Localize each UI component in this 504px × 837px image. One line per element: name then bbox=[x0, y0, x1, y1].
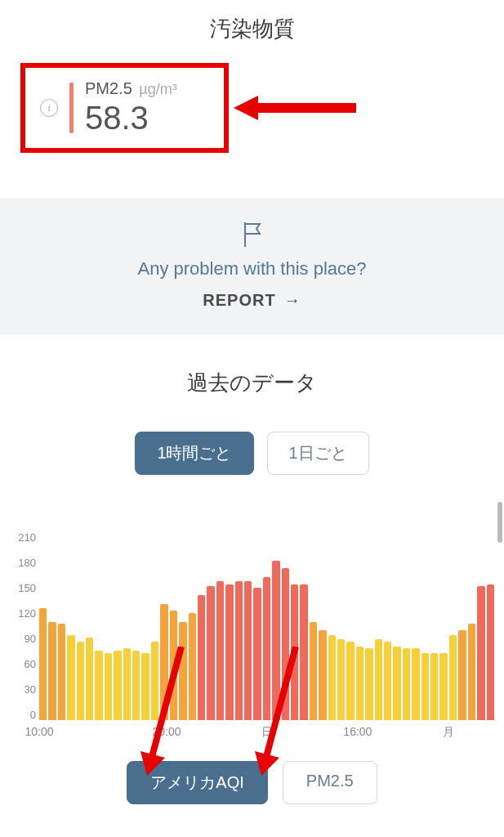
history-chart: 0306090120150180210 10:0020:00日16:00月 bbox=[10, 532, 494, 753]
chart-bar[interactable] bbox=[319, 630, 326, 720]
chart-y-tick: 150 bbox=[10, 583, 36, 593]
chart-bar[interactable] bbox=[449, 635, 457, 720]
chart-bar[interactable] bbox=[337, 639, 345, 720]
chart-bar[interactable] bbox=[114, 651, 121, 720]
chart-x-tick: 月 bbox=[443, 725, 454, 740]
chart-bar[interactable] bbox=[189, 613, 196, 720]
chart-bar[interactable] bbox=[328, 635, 336, 720]
chart-bar[interactable] bbox=[151, 642, 158, 720]
chart-bar[interactable] bbox=[477, 586, 484, 720]
chart-bar[interactable] bbox=[356, 647, 364, 720]
tab-hourly[interactable]: 1時間ごと bbox=[135, 432, 253, 475]
chart-bar[interactable] bbox=[207, 586, 214, 720]
annotation-arrow-left bbox=[234, 92, 356, 124]
pollutant-section-title: 汚染物質 bbox=[0, 0, 504, 55]
info-icon[interactable]: i bbox=[40, 99, 58, 117]
chart-y-tick: 90 bbox=[10, 633, 36, 644]
tab-aqi[interactable]: アメリカAQI bbox=[127, 761, 267, 804]
scrollbar[interactable] bbox=[497, 502, 502, 543]
pollutant-name: PM2.5 bbox=[85, 79, 132, 97]
chart-x-tick: 16:00 bbox=[343, 725, 372, 738]
chart-bar[interactable] bbox=[375, 639, 382, 720]
chart-bar[interactable] bbox=[384, 642, 391, 720]
chart-bar[interactable] bbox=[300, 584, 307, 720]
chart-bar[interactable] bbox=[95, 651, 102, 720]
svg-marker-1 bbox=[234, 96, 258, 120]
tab-daily[interactable]: 1日ごと bbox=[267, 432, 369, 475]
chart-x-tick: 日 bbox=[261, 725, 273, 740]
chart-bar[interactable] bbox=[263, 577, 270, 720]
chart-bar[interactable] bbox=[430, 653, 438, 720]
flag-icon bbox=[0, 221, 504, 252]
chart-bar[interactable] bbox=[225, 584, 233, 720]
chart-y-tick: 60 bbox=[10, 659, 36, 669]
pollutant-card[interactable]: i PM2.5 µg/m³ 58.3 bbox=[20, 63, 229, 153]
chart-bar[interactable] bbox=[39, 608, 47, 720]
chart-bar[interactable] bbox=[393, 647, 400, 720]
chart-plot-area bbox=[39, 532, 494, 720]
chart-bar[interactable] bbox=[346, 642, 354, 720]
chart-bar[interactable] bbox=[487, 584, 494, 720]
chart-y-tick: 210 bbox=[10, 532, 36, 543]
chart-bar[interactable] bbox=[77, 642, 84, 720]
chart-bar[interactable] bbox=[310, 622, 317, 720]
chart-bar[interactable] bbox=[403, 648, 410, 720]
chart-x-axis: 10:0020:00日16:00月 bbox=[39, 725, 494, 741]
pollutant-value: 58.3 bbox=[85, 100, 177, 137]
chart-bar[interactable] bbox=[86, 638, 93, 720]
chart-bar[interactable] bbox=[468, 624, 475, 720]
chart-bar[interactable] bbox=[170, 611, 177, 720]
chart-bar[interactable] bbox=[458, 630, 466, 720]
chart-x-tick: 20:00 bbox=[152, 725, 181, 738]
chart-bar[interactable] bbox=[198, 595, 205, 720]
chart-bar[interactable] bbox=[235, 581, 243, 720]
chart-bar[interactable] bbox=[439, 653, 447, 720]
history-section-title: 過去のデータ bbox=[0, 334, 504, 409]
report-button-label: REPORT bbox=[203, 291, 275, 310]
chart-bar[interactable] bbox=[216, 581, 224, 720]
interval-tabs: 1時間ごと 1日ごと bbox=[0, 432, 504, 475]
chart-bar[interactable] bbox=[412, 648, 419, 720]
pollutant-unit: µg/m³ bbox=[139, 81, 176, 97]
chart-y-tick: 0 bbox=[10, 709, 36, 720]
chart-bar[interactable] bbox=[253, 588, 261, 720]
metric-tabs: アメリカAQI PM2.5 bbox=[0, 761, 504, 821]
chart-bar[interactable] bbox=[48, 622, 56, 720]
chart-bar[interactable] bbox=[123, 648, 131, 720]
chart-x-tick: 10:00 bbox=[25, 725, 53, 738]
report-question: Any problem with this place? bbox=[0, 258, 504, 280]
chart-bar[interactable] bbox=[67, 635, 74, 720]
chart-bar[interactable] bbox=[365, 648, 372, 720]
chart-bar[interactable] bbox=[179, 622, 186, 720]
chart-bar[interactable] bbox=[244, 581, 252, 720]
chart-bar[interactable] bbox=[160, 604, 167, 720]
arrow-right-icon: → bbox=[284, 291, 301, 310]
chart-bar[interactable] bbox=[272, 561, 279, 720]
chart-y-axis: 0306090120150180210 bbox=[10, 532, 36, 720]
chart-y-tick: 180 bbox=[10, 557, 36, 568]
chart-bar[interactable] bbox=[58, 624, 65, 720]
tab-pm25[interactable]: PM2.5 bbox=[283, 761, 377, 804]
chart-bar[interactable] bbox=[291, 584, 298, 720]
chart-bar[interactable] bbox=[105, 653, 112, 720]
chart-bar[interactable] bbox=[282, 568, 289, 720]
report-button[interactable]: REPORT → bbox=[203, 291, 301, 310]
chart-y-tick: 30 bbox=[10, 684, 36, 695]
chart-y-tick: 120 bbox=[10, 608, 36, 619]
chart-bar[interactable] bbox=[141, 653, 149, 720]
report-panel: Any problem with this place? REPORT → bbox=[0, 198, 504, 334]
chart-bar[interactable] bbox=[421, 653, 429, 720]
chart-bar[interactable] bbox=[132, 651, 140, 720]
severity-bar bbox=[69, 83, 74, 133]
